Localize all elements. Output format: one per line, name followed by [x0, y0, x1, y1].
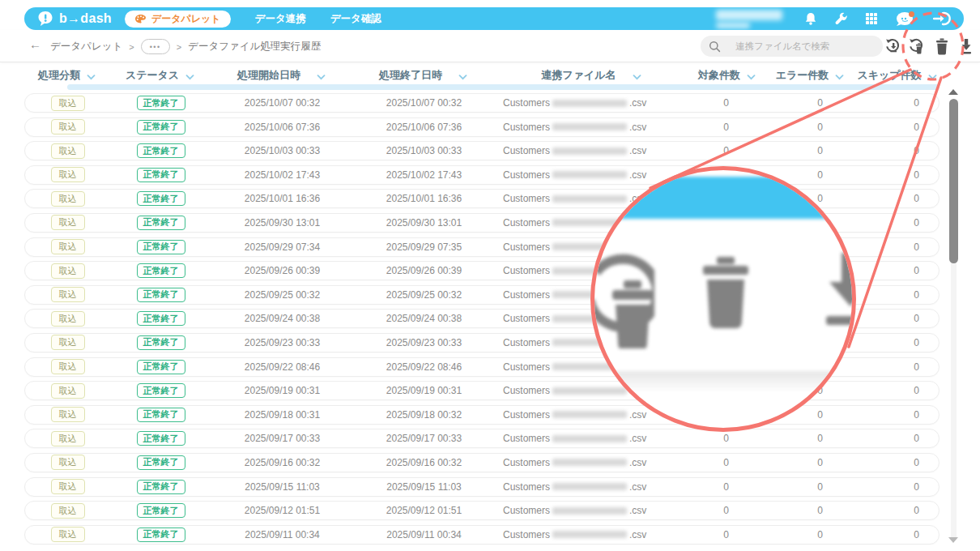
- file-name-blurred: [552, 483, 627, 490]
- status-badge: 正常終了: [137, 360, 185, 374]
- file-name-prefix: Customers: [503, 361, 550, 373]
- delete-icon[interactable]: [933, 36, 951, 56]
- file-name-cell: Customers .csv: [495, 94, 689, 112]
- file-name-blurred: [552, 435, 627, 442]
- wrench-icon[interactable]: [834, 12, 848, 26]
- column-header-error-count[interactable]: エラー件数: [765, 66, 854, 84]
- status-cell: 正常終了: [110, 286, 211, 304]
- status-cell: 正常終了: [110, 526, 211, 544]
- file-name-prefix: Customers: [503, 265, 550, 276]
- table-row[interactable]: 取込 正常終了 2025/10/02 17:43 2025/10/02 17:4…: [24, 165, 940, 185]
- target-count-cell: 0: [689, 94, 766, 112]
- file-name-blurred: [552, 531, 627, 538]
- status-badge: 正常終了: [137, 431, 185, 446]
- status-badge: 正常終了: [137, 455, 185, 470]
- search-box: [701, 36, 883, 57]
- chevron-down-icon[interactable]: [835, 70, 844, 83]
- apps-grid-icon[interactable]: [865, 12, 878, 25]
- file-name-cell: Customers .csv: [495, 429, 689, 447]
- error-count-cell: 0: [766, 526, 855, 544]
- nav-item-data-check[interactable]: データ確認: [330, 12, 381, 26]
- category-cell: 取込: [25, 166, 110, 184]
- table-row[interactable]: 取込 正常終了 2025/09/15 11:03 2025/09/15 11:0…: [24, 477, 940, 497]
- column-header-end-time[interactable]: 処理終了日時: [352, 66, 494, 84]
- column-header-status[interactable]: ステータス: [109, 66, 211, 84]
- search-input[interactable]: [721, 41, 875, 51]
- bdash-logo[interactable]: b→dash: [37, 11, 112, 27]
- category-badge: 取込: [51, 359, 85, 374]
- category-badge: 取込: [51, 191, 85, 207]
- table-row[interactable]: 取込 正常終了 2025/10/03 00:33 2025/10/03 00:3…: [24, 141, 940, 160]
- file-name-suffix: .csv: [629, 97, 646, 109]
- file-name-prefix: Customers: [503, 97, 550, 109]
- category-badge: 取込: [51, 287, 85, 302]
- category-badge: 取込: [51, 335, 85, 350]
- chevron-down-icon[interactable]: [633, 70, 641, 83]
- history-delete-icon[interactable]: [909, 36, 927, 56]
- status-badge: 正常終了: [137, 335, 185, 350]
- start-time-cell: 2025/09/25 00:32: [211, 286, 353, 304]
- chevron-down-icon[interactable]: [317, 70, 326, 83]
- chevron-down-icon[interactable]: [928, 70, 937, 83]
- assistant-bubble-icon[interactable]: [895, 11, 916, 28]
- start-time-cell: 2025/09/22 08:46: [211, 358, 353, 376]
- skip-count-cell: 0: [855, 334, 940, 352]
- end-time-cell: 2025/09/12 01:51: [353, 502, 495, 519]
- table-row[interactable]: 取込 正常終了 2025/09/12 01:51 2025/09/12 01:5…: [24, 501, 940, 520]
- category-badge: 取込: [51, 455, 85, 470]
- end-time-cell: 2025/09/26 00:39: [353, 262, 495, 280]
- scrollbar-thumb[interactable]: [949, 99, 958, 263]
- history-download-icon[interactable]: [884, 36, 902, 56]
- scrollbar-down-arrow[interactable]: [948, 537, 958, 543]
- breadcrumb-root[interactable]: データパレット: [50, 40, 122, 53]
- table-row[interactable]: 取込 正常終了 2025/10/07 00:32 2025/10/07 00:3…: [24, 93, 940, 113]
- file-name-prefix: Customers: [503, 217, 550, 229]
- breadcrumb-separator: >: [177, 42, 181, 52]
- file-name-prefix: Customers: [503, 385, 550, 396]
- status-cell: 正常終了: [110, 238, 211, 256]
- download-icon[interactable]: [957, 36, 975, 56]
- status-badge: 正常終了: [137, 168, 185, 182]
- skip-count-cell: 0: [855, 190, 940, 207]
- end-time-cell: 2025/09/30 13:01: [353, 214, 495, 232]
- magnified-table-band: [590, 371, 856, 392]
- bell-icon[interactable]: [804, 12, 817, 26]
- start-time-cell: 2025/10/07 00:32: [211, 94, 353, 112]
- status-cell: 正常終了: [110, 310, 211, 327]
- chevron-down-icon[interactable]: [185, 70, 194, 83]
- palette-icon: [134, 14, 147, 24]
- file-name-blurred: [552, 171, 627, 178]
- skip-count-cell: 0: [855, 238, 940, 256]
- table-row[interactable]: 取込 正常終了 2025/09/17 00:33 2025/09/17 00:3…: [24, 429, 940, 448]
- category-cell: 取込: [25, 262, 110, 280]
- category-badge: 取込: [51, 239, 85, 254]
- start-time-cell: 2025/09/16 00:32: [211, 454, 353, 472]
- back-arrow-icon[interactable]: ←: [29, 37, 41, 51]
- chevron-down-icon[interactable]: [458, 70, 467, 83]
- column-header-category[interactable]: 処理分類: [24, 66, 109, 84]
- chevron-down-icon[interactable]: [747, 70, 756, 83]
- account-name-blurred: [716, 10, 782, 28]
- target-count-cell: 0: [689, 502, 766, 519]
- skip-count-cell: 0: [855, 118, 940, 136]
- scrollbar-up-arrow[interactable]: [948, 89, 958, 95]
- table-row[interactable]: 取込 正常終了 2025/10/06 07:36 2025/10/06 07:3…: [24, 117, 940, 137]
- chevron-down-icon[interactable]: [87, 70, 96, 83]
- column-header-file-name[interactable]: 連携ファイル名: [494, 66, 688, 84]
- file-name-blurred: [552, 195, 627, 203]
- table-row[interactable]: 取込 正常終了 2025/09/16 00:32 2025/09/16 00:3…: [24, 453, 940, 472]
- breadcrumb-ellipsis-button[interactable]: •••: [141, 39, 170, 54]
- nav-item-data-linkage[interactable]: データ連携: [255, 12, 306, 26]
- logout-icon[interactable]: [933, 11, 951, 26]
- speech-bubble-exclamation-icon: [37, 11, 54, 27]
- skip-count-cell: 0: [855, 262, 940, 280]
- error-count-cell: 0: [766, 429, 855, 447]
- table-row[interactable]: 取込 正常終了 2025/09/18 00:31 2025/09/18 00:3…: [24, 405, 940, 425]
- product-pill-data-palette[interactable]: データパレット: [125, 11, 231, 28]
- column-header-target-count[interactable]: 対象件数: [688, 66, 765, 84]
- column-header-skip-count[interactable]: スキップ件数: [854, 66, 940, 84]
- table-row[interactable]: 取込 正常終了 2025/09/11 00:34 2025/09/11 00:3…: [24, 525, 940, 545]
- column-header-start-time[interactable]: 処理開始日時: [211, 66, 352, 84]
- table-header: 処理分類 ステータス 処理開始日時 処理終了日時 連携ファイル名 対象件数 エラ…: [24, 66, 940, 84]
- category-badge: 取込: [51, 527, 85, 542]
